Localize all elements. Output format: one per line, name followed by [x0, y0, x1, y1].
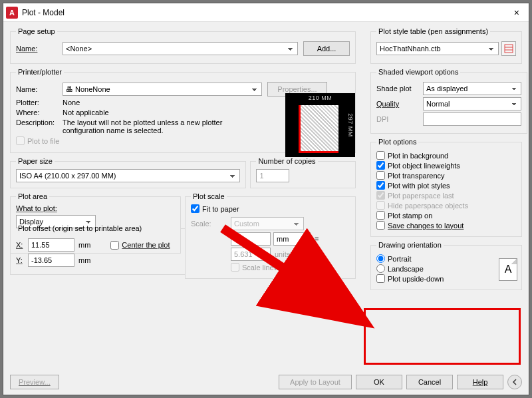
where-label: Where: [16, 108, 63, 116]
printer-legend: Printer/plotter [16, 68, 64, 76]
plot-scale-legend: Plot scale [191, 192, 227, 200]
shade-plot-label: Shade plot [376, 85, 423, 93]
y-units: mm [78, 256, 90, 264]
scale-label: Scale: [191, 220, 231, 228]
paper-size-legend: Paper size [16, 157, 55, 165]
cancel-button[interactable]: Cancel [406, 375, 453, 389]
description-label: Description: [16, 118, 63, 126]
page-setup-group: Page setup Name: <None> Add... [10, 27, 356, 64]
shade-plot-select[interactable]: As displayed [423, 82, 521, 95]
apply-to-layout-button: Apply to Layout [279, 375, 352, 389]
app-icon: A [6, 7, 18, 19]
quality-select[interactable]: Normal [423, 97, 521, 110]
orientation-group: Drawing orientation Portrait Landscape P… [370, 241, 522, 290]
close-icon[interactable]: × [507, 7, 526, 18]
plotter-label: Plotter: [16, 99, 63, 106]
plot-paperspace-checkbox: Plot paperspace last [376, 191, 516, 200]
titlebar: A Plot - Model × [3, 3, 529, 22]
units-label: units [275, 250, 290, 258]
printer-name-label: Name: [16, 85, 63, 93]
window-title: Plot - Model [22, 8, 65, 17]
quality-label: Quality [376, 100, 423, 108]
dialog-footer: Preview... Apply to Layout OK Cancel Hel… [10, 375, 522, 389]
scale-select: Custom [231, 217, 304, 230]
x-input[interactable] [28, 238, 74, 252]
preview-button: Preview... [10, 375, 59, 389]
printer-group: Printer/plotter Name: 🖶 NoneNone Propert… [10, 68, 356, 153]
where-value: Not applicable [63, 108, 109, 116]
fit-to-paper-checkbox[interactable]: Fit to paper [191, 204, 239, 213]
page-setup-legend: Page setup [16, 27, 57, 35]
copies-legend: Number of copies [256, 157, 317, 165]
what-to-plot-label: What to plot: [16, 204, 175, 212]
shaded-viewport-group: Shaded viewport options Shade plotAs dis… [370, 68, 527, 134]
preview-height-label: 297 MM [347, 113, 354, 137]
scale-num-input [231, 232, 271, 246]
center-plot-checkbox[interactable]: Center the plot [110, 241, 170, 250]
equals-icon: = [315, 235, 319, 243]
scale-unit-select[interactable]: mm [273, 232, 311, 246]
scale-den-input [231, 248, 271, 261]
orientation-page-icon: A [499, 258, 517, 281]
scale-lineweights-checkbox: Scale lineweights [231, 263, 299, 272]
plot-style-group: Plot style table (pen assignments) HocTh… [370, 27, 522, 64]
page-setup-name-label: Name: [16, 45, 63, 53]
chevron-left-icon [511, 379, 518, 385]
plot-upside-down-checkbox[interactable]: Plot upside-down [376, 274, 516, 283]
page-setup-name-select[interactable]: <None> [63, 42, 298, 55]
annotation-highlight [364, 308, 521, 365]
ok-button[interactable]: OK [356, 375, 402, 389]
add-button[interactable]: Add... [303, 41, 350, 56]
plot-transparency-checkbox[interactable]: Plot transparency [376, 171, 516, 180]
plot-options-legend: Plot options [376, 138, 418, 146]
x-label: X: [16, 241, 28, 249]
save-changes-checkbox[interactable]: Save changes to layout [376, 221, 516, 230]
plot-background-checkbox[interactable]: Plot in background [376, 151, 516, 160]
collapse-button[interactable] [507, 375, 522, 389]
hide-paperspace-checkbox: Hide paperspace objects [376, 201, 516, 210]
printer-name-select[interactable]: 🖶 NoneNone [63, 83, 262, 96]
dpi-label: DPI [376, 115, 423, 123]
paper-size-group: Paper size ISO A4 (210.00 x 297.00 MM) [10, 157, 246, 188]
plot-area-legend: Plot area [16, 192, 49, 200]
plot-scale-group: Plot scale Fit to paper Scale: Custom mm… [185, 192, 356, 279]
help-button[interactable]: Help [457, 375, 503, 389]
plot-style-edit-button[interactable] [501, 41, 516, 56]
plot-to-file-checkbox: Plot to file [16, 136, 59, 145]
orientation-legend: Drawing orientation [376, 241, 444, 249]
description-value: The layout will not be plotted unless a … [63, 118, 262, 134]
portrait-radio[interactable]: Portrait [376, 254, 516, 263]
plot-with-styles-checkbox[interactable]: Plot with plot styles [376, 181, 516, 190]
plot-style-select[interactable]: HocThatNhanh.ctb [376, 42, 499, 55]
preview-page-icon [299, 105, 338, 153]
y-input[interactable] [28, 254, 74, 267]
plot-lineweights-checkbox[interactable]: Plot object lineweights [376, 161, 516, 170]
plot-style-legend: Plot style table (pen assignments) [376, 27, 490, 35]
svg-rect-0 [505, 45, 513, 53]
plot-dialog: A Plot - Model × Page setup Name: <None>… [3, 3, 529, 395]
dpi-input [423, 112, 521, 126]
x-units: mm [78, 241, 90, 249]
copies-input [256, 169, 289, 182]
plot-offset-legend: Plot offset (origin set to printable are… [16, 224, 144, 232]
plot-stamp-checkbox[interactable]: Plot stamp on [376, 211, 516, 220]
plot-options-group: Plot options Plot in background Plot obj… [370, 138, 522, 237]
preview-width-label: 210 MM [285, 95, 355, 101]
copies-group: Number of copies [250, 157, 356, 188]
landscape-radio[interactable]: Landscape [376, 264, 516, 273]
paper-size-select[interactable]: ISO A4 (210.00 x 297.00 MM) [16, 169, 240, 182]
paper-preview: 210 MM 297 MM [285, 93, 355, 157]
table-icon [504, 44, 513, 53]
y-label: Y: [16, 256, 28, 264]
plotter-value: None [63, 99, 80, 106]
shaded-legend: Shaded viewport options [376, 68, 460, 76]
